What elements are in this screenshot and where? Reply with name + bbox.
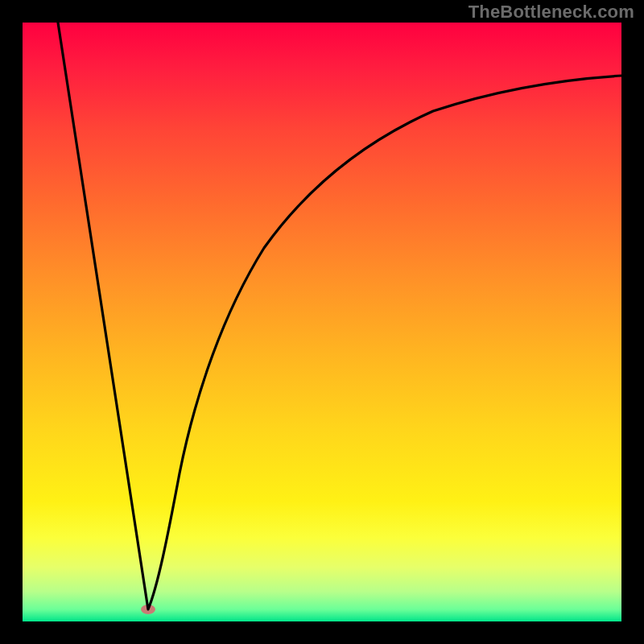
chart-container: TheBottleneck.com [0,0,644,644]
curve-line [23,23,621,621]
plot-area [23,23,621,621]
watermark-text: TheBottleneck.com [469,2,634,23]
curve-path [58,23,621,609]
